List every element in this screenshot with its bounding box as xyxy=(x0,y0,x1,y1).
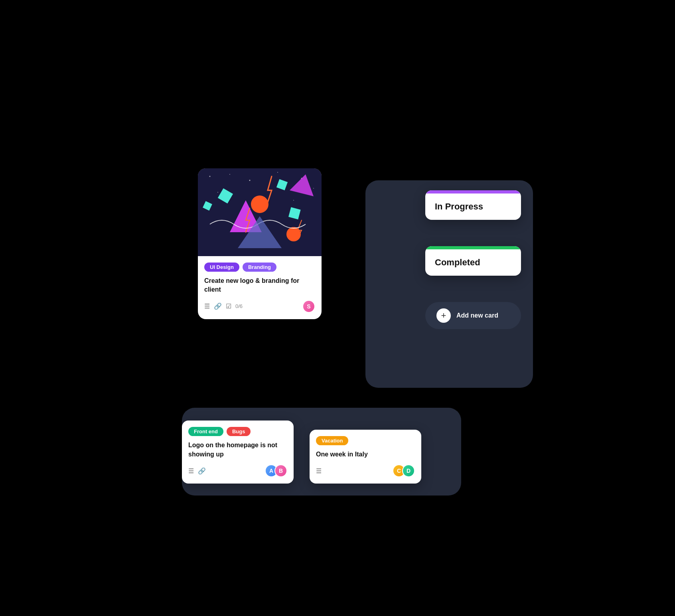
svg-point-1 xyxy=(209,176,211,177)
bottom-right-title: One week in Italy xyxy=(316,450,415,459)
card-body: UI Design Branding Create new logo & bra… xyxy=(198,256,322,319)
svg-point-16 xyxy=(286,227,301,241)
add-new-card-button[interactable]: + Add new card xyxy=(425,302,521,329)
svg-point-15 xyxy=(251,195,268,213)
avatar-br-2: D xyxy=(402,464,415,477)
card-footer: ☰ 🔗 ☑ 0/6 S xyxy=(204,300,315,313)
checklist-icon: ☑ xyxy=(226,302,231,310)
svg-point-9 xyxy=(293,200,294,201)
in-progress-label: In Progress xyxy=(435,201,483,211)
card-image xyxy=(198,168,322,256)
attachment-icon: 🔗 xyxy=(214,302,222,310)
main-task-card: UI Design Branding Create new logo & bra… xyxy=(198,168,322,319)
bottom-right-tags: Vacation xyxy=(316,436,415,445)
tag-vacation: Vacation xyxy=(316,436,348,445)
checklist-count: 0/6 xyxy=(235,303,243,309)
add-icon: + xyxy=(436,308,451,323)
bottom-left-footer: ☰ 🔗 A B xyxy=(188,464,287,477)
list-icon: ☰ xyxy=(204,302,210,310)
svg-point-4 xyxy=(277,172,278,173)
bottom-right-footer: ☰ C D xyxy=(316,464,415,477)
card-bottom-left: Front end Bugs Logo on the homepage is n… xyxy=(182,421,294,484)
bottom-left-tags: Front end Bugs xyxy=(188,427,287,436)
svg-point-2 xyxy=(229,174,230,175)
attachment-icon-2: 🔗 xyxy=(198,467,206,475)
card-bottom-right: Vacation One week in Italy ☰ C D xyxy=(310,430,421,484)
list-icon-2: ☰ xyxy=(188,467,194,475)
bottom-left-icons: ☰ 🔗 xyxy=(188,467,206,475)
svg-point-6 xyxy=(313,188,314,189)
completed-content: Completed xyxy=(425,249,521,276)
main-card-title: Create new logo & branding for client xyxy=(204,276,315,294)
bottom-right-avatars: C D xyxy=(393,464,415,477)
in-progress-bar xyxy=(425,190,521,193)
tag-frontend: Front end xyxy=(188,427,223,436)
svg-point-7 xyxy=(217,192,218,193)
avatar-1: S xyxy=(302,300,315,313)
card-meta-icons: ☰ 🔗 ☑ 0/6 xyxy=(204,302,243,310)
completed-label: Completed xyxy=(435,257,480,267)
tag-branding: Branding xyxy=(243,263,276,272)
tag-ui-design: UI Design xyxy=(204,263,239,272)
status-card-in-progress: In Progress xyxy=(425,190,521,220)
list-icon-3: ☰ xyxy=(316,467,322,475)
bottom-left-title: Logo on the homepage is not showing up xyxy=(188,441,287,459)
tag-bugs: Bugs xyxy=(227,427,251,436)
svg-point-3 xyxy=(249,180,251,181)
add-new-label: Add new card xyxy=(456,312,498,319)
avatar-stack: S xyxy=(302,300,315,313)
tag-list: UI Design Branding xyxy=(204,263,315,272)
completed-bar xyxy=(425,246,521,249)
main-scene: UI Design Branding Create new logo & bra… xyxy=(158,128,517,488)
avatar-bl-2: B xyxy=(274,464,287,477)
in-progress-content: In Progress xyxy=(425,193,521,220)
bottom-left-avatars: A B xyxy=(265,464,287,477)
status-card-completed: Completed xyxy=(425,246,521,276)
bottom-right-icons: ☰ xyxy=(316,467,322,475)
